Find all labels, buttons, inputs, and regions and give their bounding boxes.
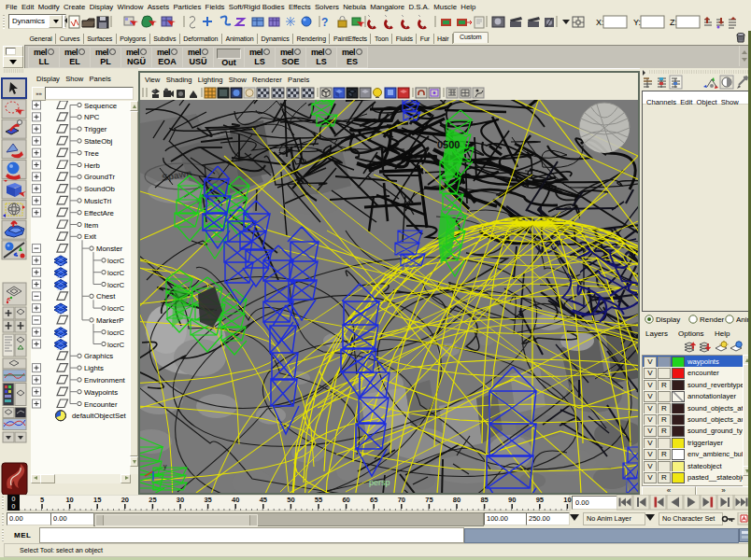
svg-text:Trigger: Trigger [84, 125, 107, 133]
svg-text:50: 50 [287, 496, 294, 504]
svg-text:MusicTri: MusicTri [84, 197, 111, 205]
svg-text:55: 55 [315, 496, 322, 504]
svg-text:90: 90 [508, 496, 516, 504]
svg-text:5: 5 [40, 496, 44, 504]
svg-text:0: 0 [12, 496, 16, 502]
svg-text:Environment: Environment [84, 376, 126, 385]
svg-text:Layers: Layers [645, 329, 668, 338]
svg-text:95: 95 [536, 496, 544, 504]
svg-text:persp: persp [369, 478, 390, 487]
svg-text:y: y [163, 463, 167, 470]
svg-text:20: 20 [121, 496, 129, 504]
svg-text:Sequence: Sequence [84, 102, 117, 110]
svg-text:Options: Options [678, 329, 704, 338]
svg-text:locrC: locrC [107, 329, 125, 337]
svg-text:60: 60 [342, 496, 349, 504]
svg-text:Encounter: Encounter [84, 400, 118, 409]
svg-text:Display: Display [656, 315, 680, 324]
svg-text:0: 0 [12, 503, 16, 510]
svg-text:X:: X: [596, 18, 604, 27]
svg-text:Chest: Chest [96, 292, 116, 301]
svg-text:Graphics: Graphics [84, 352, 113, 360]
svg-text:85: 85 [480, 496, 488, 504]
svg-text:0500: 0500 [437, 139, 460, 150]
svg-text:GroundTr: GroundTr [84, 173, 115, 181]
svg-text:SoundOb: SoundOb [84, 185, 116, 193]
svg-text:Herb: Herb [84, 161, 101, 170]
svg-text:Item: Item [84, 221, 98, 230]
svg-text:Render: Render [700, 315, 725, 324]
svg-text:70: 70 [398, 496, 405, 504]
svg-text:65: 65 [370, 496, 377, 504]
svg-text:NPC: NPC [84, 113, 100, 121]
svg-text:10: 10 [563, 496, 571, 504]
svg-text:Exit: Exit [84, 232, 97, 241]
svg-text:locrC: locrC [107, 341, 125, 349]
svg-text:EffectAre: EffectAre [84, 209, 114, 217]
svg-text:Waypoints: Waypoints [84, 388, 118, 397]
svg-text:Help: Help [715, 329, 730, 338]
svg-text:Lights: Lights [84, 364, 104, 372]
svg-text:30: 30 [177, 496, 184, 504]
svg-text:45: 45 [260, 496, 267, 504]
svg-text:80: 80 [453, 496, 461, 504]
svg-text:locrC: locrC [107, 304, 125, 313]
svg-text:35: 35 [204, 496, 211, 504]
svg-text:Tree: Tree [84, 149, 99, 158]
svg-text:locrC: locrC [107, 281, 125, 289]
svg-text:?: ? [321, 16, 328, 29]
svg-text:StateObj: StateObj [84, 137, 113, 146]
svg-text:10: 10 [65, 496, 73, 504]
svg-text:Monster: Monster [96, 245, 123, 253]
svg-text:locrC: locrC [107, 269, 125, 277]
svg-text:15: 15 [93, 496, 101, 504]
svg-text:Y:: Y: [633, 18, 641, 27]
svg-text:75: 75 [425, 496, 432, 504]
svg-text:defaultObjectSet: defaultObjectSet [72, 412, 126, 420]
svg-text:MarkerP: MarkerP [96, 316, 123, 325]
svg-text:25: 25 [149, 496, 156, 504]
svg-text:locrC: locrC [107, 257, 125, 265]
svg-text:40: 40 [232, 496, 239, 504]
